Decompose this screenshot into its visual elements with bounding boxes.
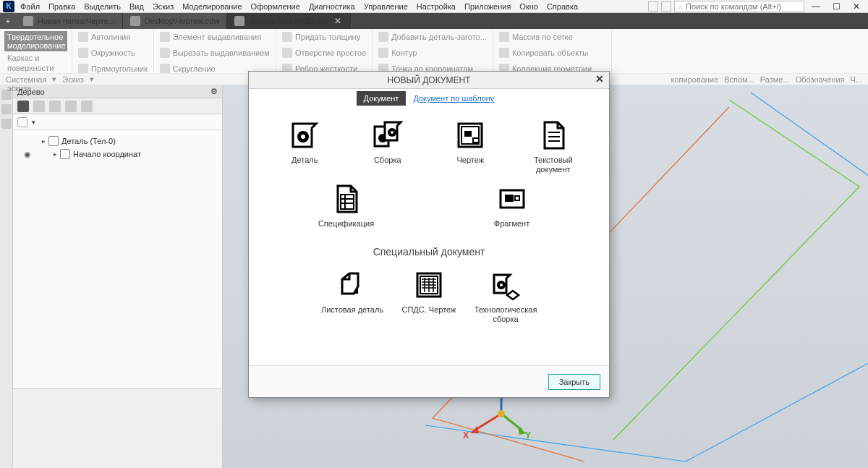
techasm-icon	[490, 269, 522, 301]
svg-point-11	[391, 131, 393, 134]
tree-tool-icon[interactable]	[65, 101, 77, 112]
command-icon	[78, 64, 88, 74]
tree-panel: Дерево ⚙ ▾ ▸Деталь (Тел-0)◉▸Начало коорд…	[13, 85, 223, 468]
menu-Моделирование[interactable]: Моделирование	[178, 1, 246, 12]
menu-Эскиз[interactable]: Эскиз	[148, 1, 178, 12]
menu-Приложения[interactable]: Приложения	[460, 1, 515, 12]
menu-Настройка[interactable]: Настройка	[412, 1, 460, 12]
menu-Справка[interactable]: Справка	[542, 1, 582, 12]
ribbon-mode-title[interactable]: Твердотельное моделирование	[4, 31, 67, 51]
menu-Оформление[interactable]: Оформление	[247, 1, 305, 12]
ribbon-command[interactable]: Автолиния	[77, 31, 132, 43]
close-button[interactable]: ✕	[848, 1, 865, 12]
ribbon-command[interactable]: Контур	[377, 47, 418, 59]
tree-tool-icon[interactable]	[33, 101, 45, 112]
doc-type-spds[interactable]: СПДС. Чертеж	[394, 265, 464, 328]
tree-tool-icon[interactable]	[49, 101, 61, 112]
menu-Файл[interactable]: Файл	[16, 1, 44, 12]
tree-bottom-panel	[13, 388, 222, 468]
document-tab[interactable]: Новая папка\Черте...	[16, 13, 123, 29]
ribbon-strip-label[interactable]: Вспом...	[724, 75, 754, 84]
strip-icon[interactable]	[1, 119, 12, 129]
special-section-title: Специальный документ	[263, 246, 595, 258]
doc-type-assembly[interactable]: Сборка	[353, 115, 422, 179]
doc-type-part[interactable]: Деталь	[270, 115, 339, 179]
ribbon-strip-label[interactable]: Эскиз	[62, 75, 83, 84]
ribbon-strip-label[interactable]: Обозначения	[796, 75, 845, 84]
ribbon-strip-label[interactable]: Ч...	[851, 75, 863, 84]
doc-type-techasm[interactable]: Технологическая сборка	[471, 265, 540, 328]
app-icon: K	[3, 1, 14, 12]
tree-tool-icon[interactable]	[17, 101, 29, 112]
dialog-close-action[interactable]: Закрыть	[548, 374, 600, 390]
svg-point-8	[301, 135, 305, 139]
doc-type-fragment[interactable]: Фрагмент	[477, 179, 547, 233]
minimize-button[interactable]: —	[807, 1, 825, 12]
doc-type-drawing[interactable]: Чертеж	[435, 115, 505, 179]
tree-node[interactable]: ▸Деталь (Тел-0)	[16, 135, 219, 148]
svg-rect-25	[515, 196, 519, 200]
command-icon	[160, 48, 170, 58]
menu-Выделить[interactable]: Выделить	[80, 1, 125, 12]
tree-node-label: Начало координат	[73, 150, 141, 158]
menu-Управление[interactable]: Управление	[359, 1, 412, 12]
ribbon-strip-label[interactable]: копирование	[671, 75, 719, 84]
spds-icon	[413, 269, 445, 301]
doc-type-spec[interactable]: Спецификация	[312, 179, 381, 233]
document-tab[interactable]: Деталь БЕЗ ИМЕНИ1✕	[227, 13, 351, 29]
dialog-tab-template[interactable]: Документ по шаблону	[406, 91, 501, 106]
expand-icon[interactable]: ▸	[54, 150, 57, 158]
tree-node[interactable]: ◉▸Начало координат	[16, 148, 219, 161]
filter-icon[interactable]	[17, 117, 27, 127]
ribbon-command[interactable]: Вырезать выдавливанием	[158, 47, 271, 59]
assembly-icon	[372, 119, 404, 151]
ribbon-command[interactable]: Отверстие простое	[281, 47, 367, 59]
menu-Окно[interactable]: Окно	[515, 1, 542, 12]
command-search-input[interactable]	[686, 2, 801, 11]
ribbon-command[interactable]: Окружность	[77, 47, 137, 59]
command-icon	[160, 64, 170, 74]
tree-tool-icon[interactable]	[81, 101, 93, 112]
quick-icon[interactable]	[648, 1, 658, 12]
origin-icon	[60, 149, 70, 159]
expand-icon[interactable]: ▸	[42, 137, 46, 145]
menu-Диагностика[interactable]: Диагностика	[305, 1, 359, 12]
new-tab-button[interactable]: +	[0, 13, 16, 29]
doc-type-label: Листовая деталь	[321, 305, 383, 315]
doc-type-label: Деталь	[292, 156, 318, 165]
ribbon-strip-label[interactable]: Разме...	[760, 75, 790, 84]
command-icon	[78, 48, 88, 58]
ribbon-command[interactable]: Массив по сетке	[498, 31, 574, 43]
new-document-dialog: НОВЫЙ ДОКУМЕНТ ✕ Документ Документ по ша…	[248, 71, 610, 398]
ribbon-command[interactable]: Элемент выдавливания	[158, 31, 263, 43]
dialog-title-text: НОВЫЙ ДОКУМЕНТ	[388, 75, 471, 85]
svg-rect-19	[341, 195, 354, 209]
ribbon-command[interactable]: Придать толщину	[281, 31, 362, 43]
strip-icon[interactable]	[1, 104, 12, 114]
doc-type-label: Текстовый документ	[520, 156, 587, 174]
svg-rect-24	[505, 195, 514, 202]
document-tab[interactable]: Desktop\Чертеж.cdw	[123, 13, 228, 29]
menu-Вид[interactable]: Вид	[125, 1, 148, 12]
dialog-close-button[interactable]: ✕	[593, 73, 606, 86]
chevron-down-icon[interactable]: ▾	[32, 119, 35, 126]
ribbon-command[interactable]: Добавить деталь-загото...	[377, 31, 488, 43]
maximize-button[interactable]: ☐	[827, 1, 845, 12]
svg-line-2	[475, 414, 501, 430]
visibility-icon[interactable]: ◉	[20, 150, 35, 159]
menu-Правка[interactable]: Правка	[44, 1, 80, 12]
svg-point-6	[498, 410, 505, 417]
doc-type-label: СПДС. Чертеж	[402, 305, 456, 315]
command-icon	[160, 32, 170, 42]
command-search[interactable]: ⌕	[674, 1, 804, 12]
left-tool-strip	[0, 85, 13, 468]
quick-icon[interactable]	[661, 1, 671, 12]
doc-type-textdoc[interactable]: Текстовый документ	[519, 115, 588, 179]
dialog-tab-document[interactable]: Документ	[357, 91, 407, 106]
gear-icon[interactable]: ⚙	[210, 87, 218, 96]
ribbon-strip-label[interactable]: Системная	[6, 75, 46, 84]
tab-close-icon[interactable]: ✕	[333, 16, 343, 26]
ribbon-command[interactable]: Копировать объекты	[498, 47, 590, 59]
ribbon-mode-link[interactable]: Каркас и поверхности	[7, 53, 64, 73]
doc-type-sheet[interactable]: Листовая деталь	[318, 265, 387, 328]
